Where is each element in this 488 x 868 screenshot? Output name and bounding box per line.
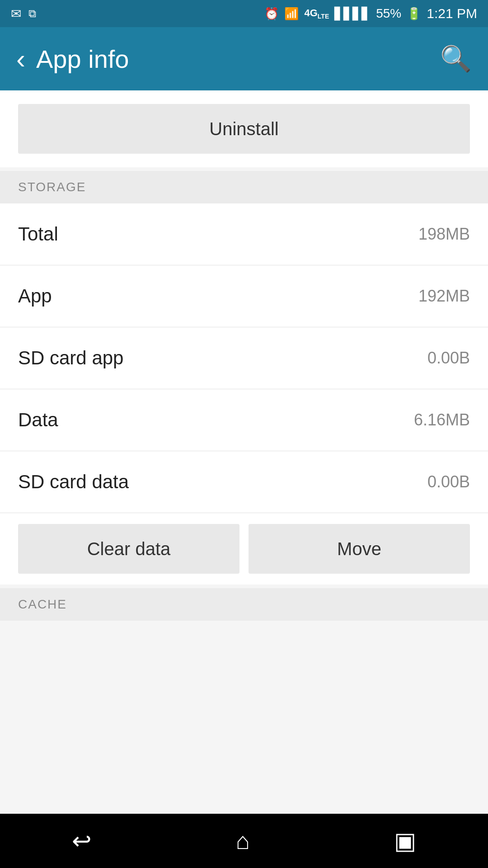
storage-value-data: 6.16MB [414,410,470,429]
storage-section-header: STORAGE [0,171,488,203]
alarm-icon: ⏰ [264,7,279,21]
uninstall-button[interactable]: Uninstall [18,104,470,154]
storage-item-data: Data 6.16MB [0,389,488,451]
nav-recents-button[interactable]: ▣ [394,827,416,854]
uninstall-section: Uninstall [0,90,488,167]
storage-label-data: Data [18,409,58,431]
search-button[interactable]: 🔍 [440,44,472,74]
mail-icon: ✉ [11,6,21,21]
storage-item-total: Total 198MB [0,203,488,265]
lte-icon: 4GLTE [304,7,329,20]
cache-section-header: CACHE [0,588,488,621]
page-title: App info [36,44,129,74]
multiwindow-icon: ⧉ [28,7,36,20]
storage-value-total: 198MB [418,225,470,244]
storage-value-sdcard-app: 0.00B [427,349,470,368]
storage-label-sdcard-app: SD card app [18,347,123,369]
toolbar: ‹ App info 🔍 [0,27,488,90]
nav-bar: ↩ ⌂ ▣ [0,814,488,868]
status-bar-right-icons: ⏰ 📶 4GLTE ▋▋▋▋ 55% 🔋 1:21 PM [264,6,477,21]
signal-icon: ▋▋▋▋ [334,7,371,21]
battery-percent: 55% [376,6,401,21]
storage-label-total: Total [18,223,58,245]
nav-home-button[interactable]: ⌂ [236,827,250,854]
storage-value-app: 192MB [418,287,470,306]
wifi-icon: 📶 [284,7,299,21]
time-display: 1:21 PM [427,6,477,21]
content-area: Uninstall STORAGE Total 198MB App 192MB … [0,90,488,621]
move-button[interactable]: Move [249,524,470,574]
storage-item-app: App 192MB [0,265,488,327]
clear-data-button[interactable]: Clear data [18,524,239,574]
storage-label-app: App [18,285,52,307]
status-bar-left-icons: ✉ ⧉ [11,6,36,21]
toolbar-left: ‹ App info [16,43,129,75]
action-buttons-row: Clear data Move [0,513,488,585]
nav-back-button[interactable]: ↩ [72,827,92,854]
back-button[interactable]: ‹ [16,43,25,75]
storage-label-sdcard-data: SD card data [18,471,129,493]
status-bar: ✉ ⧉ ⏰ 📶 4GLTE ▋▋▋▋ 55% 🔋 1:21 PM [0,0,488,27]
storage-list: Total 198MB App 192MB SD card app 0.00B … [0,203,488,513]
battery-icon: 🔋 [407,7,421,21]
storage-item-sdcard-data: SD card data 0.00B [0,451,488,513]
storage-item-sdcard-app: SD card app 0.00B [0,327,488,389]
storage-value-sdcard-data: 0.00B [427,472,470,491]
